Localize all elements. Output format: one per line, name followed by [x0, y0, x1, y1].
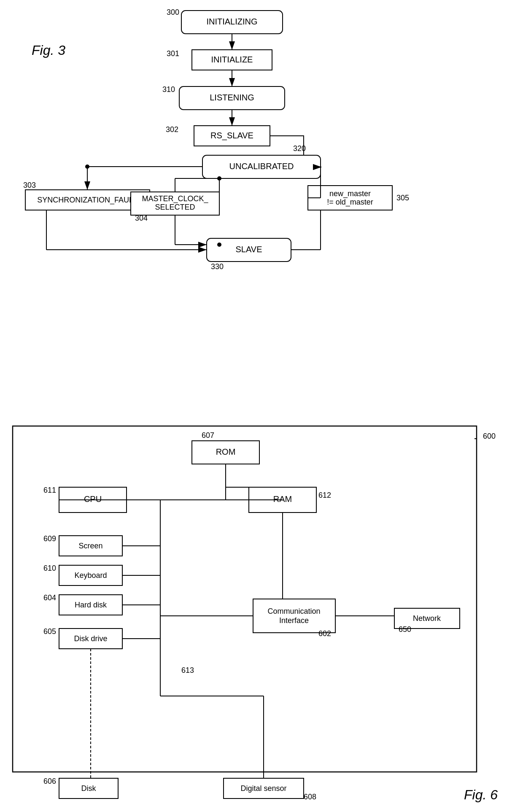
- hard-disk-text: Hard disk: [75, 601, 107, 609]
- dot-slave-bottom: [217, 243, 221, 247]
- ref-650: 650: [399, 625, 411, 634]
- screen-text: Screen: [78, 542, 102, 550]
- new-master-text2: != old_master: [327, 198, 373, 207]
- ref-300: 300: [167, 8, 179, 16]
- ref-330: 330: [211, 262, 224, 271]
- ref-613: 613: [181, 666, 194, 674]
- ref-604: 604: [43, 593, 56, 602]
- slave-text: SLAVE: [236, 245, 262, 254]
- ref-304: 304: [135, 214, 148, 222]
- ref-607: 607: [202, 431, 214, 440]
- rom-text: ROM: [216, 447, 236, 456]
- diagrams-container: Fig. 3 INITIALIZING 300 INITIALIZE 301 L…: [0, 0, 523, 812]
- ref-610: 610: [43, 564, 56, 572]
- master-clock-text1: MASTER_CLOCK_: [142, 194, 208, 203]
- keyboard-text: Keyboard: [74, 571, 107, 580]
- ram-text: RAM: [273, 494, 292, 504]
- ref-602: 602: [318, 629, 331, 638]
- ref-301: 301: [167, 49, 179, 58]
- ref-609: 609: [43, 534, 56, 543]
- rs-slave-text: RS_SLAVE: [210, 131, 253, 140]
- ref-605: 605: [43, 627, 56, 636]
- initializing-text: INITIALIZING: [206, 17, 257, 26]
- new-master-text1: new_master: [329, 189, 371, 198]
- master-clock-text2: SELECTED: [155, 203, 195, 211]
- ref-302: 302: [166, 125, 178, 134]
- ref-606: 606: [43, 777, 56, 785]
- ref-320: 320: [293, 144, 306, 153]
- fig3-label: Fig. 3: [32, 43, 65, 58]
- ref-303: 303: [23, 181, 36, 189]
- ref-310: 310: [162, 85, 175, 94]
- uncalibrated-text: UNCALIBRATED: [229, 162, 294, 171]
- ref-608: 608: [304, 793, 316, 801]
- ref-305: 305: [396, 194, 409, 202]
- disk-text: Disk: [81, 784, 97, 793]
- synch-fault-text: SYNCHRONIZATION_FAULT: [37, 196, 137, 205]
- network-text: Network: [413, 614, 441, 623]
- fig6-label: Fig. 6: [464, 787, 498, 802]
- ref-600: 600: [483, 432, 496, 440]
- cpu-text: CPU: [84, 494, 102, 504]
- listening-text: LISTENING: [210, 93, 254, 102]
- disk-drive-text: Disk drive: [74, 634, 107, 643]
- initialize-text: INITIALIZE: [211, 55, 253, 64]
- ref-612: 612: [318, 491, 331, 499]
- dot-left-junction: [85, 165, 89, 169]
- digital-sensor-text: Digital sensor: [240, 784, 286, 793]
- ref-611: 611: [43, 486, 56, 494]
- comm-interface-text2: Interface: [279, 616, 309, 625]
- comm-interface-text1: Communication: [267, 607, 320, 615]
